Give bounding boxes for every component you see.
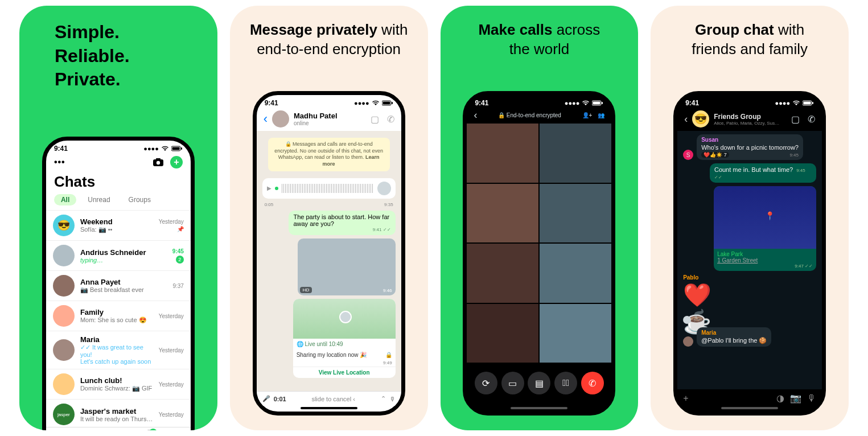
tab-communities[interactable]: 👥Communities [104,430,131,430]
slide-to-cancel[interactable]: slide to cancel ‹ [290,396,377,402]
play-icon[interactable]: ▶ [267,185,271,191]
coffee-sticker-icon: ❤️☕ [683,282,723,316]
chat-row[interactable]: Maria✓✓ It was great to see you! Let's c… [46,331,191,369]
video-tile[interactable] [467,304,538,363]
video-tile[interactable] [540,304,611,363]
message-out[interactable]: The party is about to start. How far awa… [289,211,395,235]
call-controls: ⟳ ▭ ▤ 🎙̸ ✆ [467,364,611,407]
message-in[interactable]: Maria @Pablo I'll bring the 🍪 [697,327,771,347]
promo-card-3: Make calls across the world 9:41 ●●●● ‹ … [441,6,639,430]
chat-row[interactable]: jasperJasper's marketIt will be ready on… [46,399,191,427]
chat-row[interactable]: Lunch club!Dominic Schwarz: 📷 GIFYesterd… [46,369,191,399]
filter-all[interactable]: All [54,194,76,205]
status-ring-icon: ◌ [58,430,65,430]
battery-icon [803,100,814,106]
video-call-icon[interactable]: ▢ [371,114,379,125]
people-icon: 👥 [113,430,122,430]
tab-chats[interactable]: 💬2Chats [142,430,155,430]
battery-icon [382,100,393,106]
tab-bar: ◌Updates ✆Calls 👥Communities 💬2Chats ⚙Se… [46,427,191,430]
svg-rect-1 [172,147,179,150]
video-tile[interactable] [540,244,611,303]
chevron-up-icon[interactable]: ⌃ [381,395,386,402]
chat-row[interactable]: FamilyMom: She is so cute 😍Yesterday [46,301,191,331]
chat-row[interactable]: 😎WeekendSofía: 📷 ••Yesterday📌 [46,210,191,240]
video-tile[interactable] [467,184,538,243]
phone-mock-4: 9:41 ●●●● ‹ 😎 Friends GroupAlice, Pablo,… [673,91,826,416]
encryption-notice: 🔒 Messages and calls are end-to-end encr… [268,138,390,171]
message-in[interactable]: Susan Who's down for a picnic tomorrow? … [697,134,803,160]
reactions[interactable]: ❤️👍☀️ 7 [701,152,729,158]
tab-updates[interactable]: ◌Updates [53,430,70,430]
new-chat-button[interactable]: + [170,156,183,168]
group-name[interactable]: Friends Group [714,113,779,121]
back-icon[interactable]: ‹ [264,112,268,126]
contact-status: online [294,120,338,126]
back-icon[interactable]: ‹ [474,109,477,121]
avatar[interactable] [272,110,289,127]
plus-icon[interactable]: + [683,393,688,404]
home-indicator [511,407,567,409]
back-icon[interactable]: ‹ [684,113,688,125]
filter-unread[interactable]: Unread [81,194,117,205]
chat-body: 🔒 Messages and calls are end-to-end encr… [257,131,401,391]
group-header: ‹ 😎 Friends GroupAlice, Pablo, Maria, Oz… [677,108,822,131]
contact-name[interactable]: Madhu Patel [294,112,338,120]
encryption-label: 🔒 End-to-end encrypted [498,112,561,118]
voice-call-icon[interactable]: ✆ [387,114,394,125]
video-tile[interactable] [540,124,611,183]
flip-camera-button[interactable]: ⟳ [475,372,497,394]
chats-title: Chats [46,171,191,194]
svg-point-4 [157,161,160,164]
add-person-icon[interactable]: 👤+ [582,112,593,118]
location-message[interactable]: 🌐 Live until 10:49 Sharing my location n… [293,299,396,378]
tab-settings[interactable]: ⚙Settings [167,430,183,430]
chat-row[interactable]: Andrius Schneidertyping…9:452 [46,240,191,270]
voice-message[interactable]: ▶ [262,178,396,199]
video-tile[interactable] [467,124,538,183]
mic-icon[interactable]: 🎙 [389,396,396,402]
video-tile[interactable] [467,244,538,303]
video-off-button[interactable]: ▤ [528,372,550,394]
home-indicator [721,407,778,409]
message-input[interactable] [694,396,771,401]
group-avatar[interactable]: 😎 [692,110,709,127]
screen-share-button[interactable]: ▭ [501,372,524,394]
chat-row[interactable]: Anna Payet📷 Best breakfast ever9:37 [46,270,191,301]
camera-icon[interactable] [153,158,163,166]
sender-avatar [683,336,693,347]
more-icon[interactable]: ••• [54,157,65,167]
phone-mock-2: 9:41 ●●●● ‹ Madhu Patelonline ▢✆ 🔒 Messa… [253,91,405,416]
mic-icon[interactable]: 🎙 [807,393,816,404]
gear-icon: ⚙ [171,430,179,430]
sticker-message[interactable]: Pablo ❤️☕ 9:50 [683,274,723,324]
video-call-icon[interactable]: ▢ [791,114,800,125]
status-icons: ●●●● [143,145,183,152]
promo-card-4: Group chat with friends and family 9:41 … [651,6,849,430]
image-message[interactable]: HD9:46 [298,238,396,295]
mic-recording-icon: 🎤 [262,395,270,402]
signal-icon: ●●●● [775,100,791,106]
view-live-location-button[interactable]: View Live Location [293,367,396,378]
status-bar: 9:41 ●●●● [257,95,401,108]
recording-bar: 🎤 0:01 slide to cancel ‹ ⌃ 🎙 [257,391,401,406]
end-call-button[interactable]: ✆ [581,372,604,394]
playhead-icon [275,187,278,190]
phone-icon: ✆ [84,430,90,430]
camera-icon[interactable]: 📷 [790,393,801,404]
input-bar: + ◑ 📷 🎙 [677,389,822,407]
mute-button[interactable]: 🎙̸ [554,372,577,394]
status-bar: 9:41 ●●●● [467,95,611,108]
voice-call-icon[interactable]: ✆ [808,114,815,125]
waveform-icon [282,184,374,193]
message-out[interactable]: Count me in. But what time?9:45 ✓✓ [710,163,816,183]
video-tile[interactable] [540,184,611,243]
filter-groups[interactable]: Groups [122,194,158,205]
status-bar: 9:41 ●●●● [46,141,191,154]
sender-avatar: S [683,150,693,160]
participants-icon[interactable]: 👥 [598,112,604,118]
location-message[interactable]: 📍 Lake Park1 Garden Street9:47 ✓✓ [714,186,816,271]
svg-rect-10 [593,102,600,105]
sticker-icon[interactable]: ◑ [776,393,784,404]
tab-calls[interactable]: ✆Calls [82,430,92,430]
